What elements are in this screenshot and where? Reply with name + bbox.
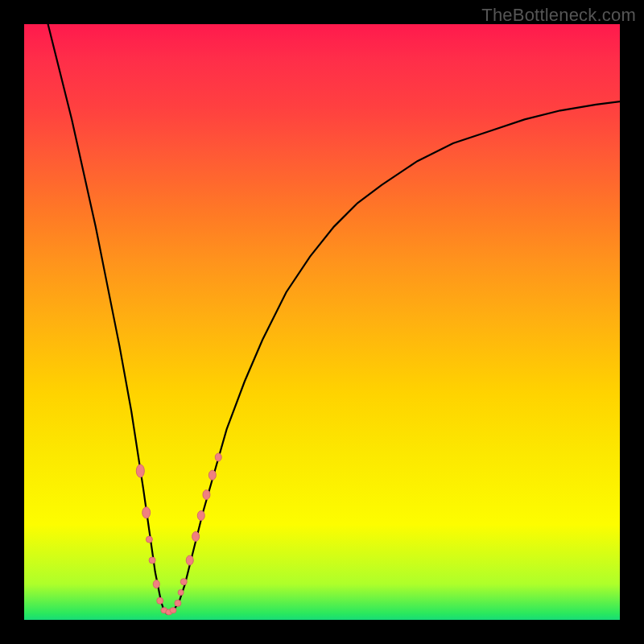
chart-frame: TheBottleneck.com — [0, 0, 644, 644]
data-bead — [149, 557, 155, 564]
data-bead — [192, 531, 200, 541]
data-bead — [157, 597, 163, 604]
data-bead — [170, 608, 176, 613]
data-bead — [136, 464, 144, 477]
bottleneck-curve — [48, 24, 620, 614]
watermark-text: TheBottleneck.com — [481, 5, 636, 26]
data-bead — [197, 511, 204, 521]
data-bead — [203, 490, 210, 500]
data-bead — [208, 470, 216, 480]
data-bead — [180, 579, 187, 585]
data-bead — [175, 600, 181, 606]
data-bead — [153, 580, 159, 588]
curve-layer — [24, 24, 620, 620]
data-bead — [142, 507, 151, 518]
plot-area — [24, 24, 620, 620]
data-bead — [215, 453, 221, 461]
data-bead — [178, 589, 184, 595]
data-bead — [186, 555, 193, 565]
data-bead — [146, 536, 152, 543]
